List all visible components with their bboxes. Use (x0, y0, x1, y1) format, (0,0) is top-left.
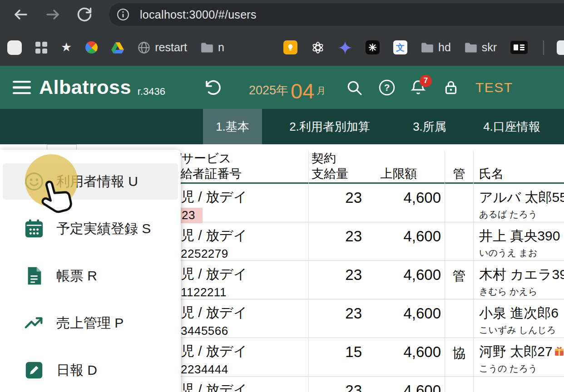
contract-qty: 23 (309, 222, 366, 261)
url-bar[interactable]: localhost:3000/#/users (109, 3, 564, 26)
bookmark-bm[interactable] (510, 41, 528, 54)
col-contract-qty: 契約 支給量 (309, 151, 366, 185)
reload-icon[interactable] (76, 6, 93, 23)
bookmark-photos[interactable] (85, 41, 98, 54)
bookmark-gemini[interactable] (338, 41, 352, 54)
bookmark-keep[interactable] (283, 40, 297, 54)
bookmark-folder-n[interactable]: n (201, 41, 224, 54)
notification-badge: 7 (420, 75, 432, 87)
kan-flag (445, 222, 474, 261)
tab-4[interactable]: 4.口座情報 (466, 109, 557, 144)
bookmark-globe-restart[interactable]: restart (138, 41, 187, 54)
bookmark-star[interactable]: ★ (61, 41, 72, 54)
cert-number: 3445566 (181, 324, 308, 338)
limit-amount: 4,600 (366, 261, 445, 299)
menu-item-label: 予定実績登録 S (56, 220, 151, 238)
trending-icon (24, 313, 45, 333)
menu-item-1[interactable]: 利用者情報 U (0, 158, 181, 205)
smiley-icon (24, 171, 45, 192)
menu-item-3[interactable]: 帳票 R (0, 252, 181, 299)
document-icon (24, 265, 45, 286)
users-table: 種別/サービス 受給者証番号 契約 支給量 上限額 管 氏名 障害児 / 放デイ… (181, 151, 564, 392)
tab-1[interactable]: 1.基本 (203, 109, 262, 144)
bookmark-tabgroup[interactable] (7, 40, 22, 55)
limit-amount: 4,600 (366, 338, 445, 377)
help-icon[interactable]: ? (378, 79, 396, 96)
col-cert-number: 受給者証番号 (168, 166, 308, 181)
cert-number: 2252279 (181, 247, 308, 261)
user-age: 39 (552, 267, 564, 282)
menu-item-label: 売上管理 P (56, 314, 124, 333)
cert-number: 2234444 (181, 363, 308, 377)
screen: localhost:3000/#/users ★restartn文hdskr A… (0, 0, 564, 392)
bookmark-label: hd (438, 41, 451, 54)
search-icon[interactable] (346, 79, 362, 96)
menu-item-5[interactable]: 日報 D (0, 347, 181, 392)
menu-item-4[interactable]: 売上管理 P (0, 299, 181, 347)
menu-item-label: 利用者情報 U (56, 172, 138, 191)
bookmark-folder-hd[interactable]: hd (421, 41, 451, 54)
user-name: アルバ 太郎 (479, 190, 552, 205)
bookmark-apps[interactable] (35, 42, 47, 54)
bookmark-label: n (218, 41, 224, 54)
table-row[interactable]: 障害児 / 放デイ2252279234,600井上 真央390いのうえ まお (181, 222, 564, 261)
limit-amount: 4,600 (366, 299, 445, 338)
cert-number: 23 (181, 208, 308, 222)
bookmarks-divider (543, 40, 544, 55)
back-icon[interactable] (13, 6, 29, 23)
bookmark-edge-partial-icon[interactable] (557, 40, 564, 55)
contract-qty: 15 (309, 338, 366, 377)
col-service: 種別/サービス 受給者証番号 (181, 151, 309, 185)
tab-bar: 1.基本2.利用者別加算3.所属4.口座情報 (0, 109, 564, 144)
user-kana: きむら かえら (479, 285, 564, 298)
date-month: 04 (291, 78, 314, 103)
notifications-bell-icon[interactable]: 7 (410, 79, 426, 96)
table-row[interactable]: 障害児 / 放デイ23234,600アルバ 太郎55あるば たろう (181, 184, 564, 222)
col-name: 氏名 (474, 151, 564, 185)
app-version: r.3436 (138, 86, 165, 98)
bookmark-drive[interactable] (111, 42, 124, 54)
date-month-suffix: 月 (317, 85, 326, 97)
kan-flag: 協 (445, 338, 474, 377)
tab-2[interactable]: 2.利用者別加算 (262, 109, 398, 144)
user-age: 55 (552, 190, 564, 205)
bookmark-label: skr (482, 41, 497, 54)
menu-item-2[interactable]: 予定実績登録 S (0, 205, 181, 252)
user-name: 井上 真央 (479, 228, 537, 243)
table-row[interactable]: 障害児 / 放デイ234,600 (181, 377, 564, 392)
bookmark-flake[interactable] (366, 40, 380, 54)
current-month-selector[interactable]: 2025年 04 月 (249, 66, 326, 109)
hamburger-menu-icon[interactable] (13, 81, 31, 94)
contract-qty: 23 (309, 377, 366, 392)
browser-toolbar: localhost:3000/#/users (0, 0, 564, 29)
bookmark-openai[interactable] (311, 41, 325, 54)
user-age: 390 (537, 228, 560, 243)
pencil-icon (24, 360, 45, 381)
col-kan: 管 (445, 151, 474, 185)
site-info-icon[interactable] (116, 8, 130, 21)
tab-3[interactable]: 3.所属 (398, 109, 461, 144)
bookmark-folder-skr[interactable]: skr (465, 41, 497, 54)
calendar-icon (24, 218, 45, 239)
user-age: 6 (551, 305, 559, 320)
bookmark-translate[interactable]: 文 (393, 40, 407, 54)
cert-number: 1122211 (181, 285, 308, 299)
user-kana: いのうえ まお (479, 247, 564, 259)
menu-list: 利用者情報 U予定実績登録 S帳票 R売上管理 P日報 D (0, 158, 181, 392)
user-kana: あるば たろう (479, 208, 564, 220)
app-header: Albatross r.3436 2025年 04 月 ? 7 TEST (0, 66, 564, 109)
table-row[interactable]: 障害児 / 放デイ2234444154,600協河野 太郎27こうの たろう (181, 338, 564, 377)
app-refresh-icon[interactable] (204, 78, 223, 97)
limit-amount: 4,600 (366, 184, 445, 222)
forward-icon[interactable] (45, 6, 61, 23)
table-row[interactable]: 障害児 / 放デイ3445566234,600小泉 進次郎6こいずみ しんじろ (181, 299, 564, 338)
user-kana: こいずみ しんじろ (479, 324, 564, 336)
lock-icon[interactable] (443, 80, 459, 95)
account-name[interactable]: TEST (475, 66, 513, 109)
bookmark-label: restart (155, 41, 187, 54)
contract-qty: 23 (309, 261, 366, 299)
limit-amount: 4,600 (366, 222, 445, 261)
table-row[interactable]: 障害児 / 放デイ1122211234,600管木村 カエラ39きむら かえら (181, 261, 564, 299)
user-age: 27 (537, 344, 552, 359)
birthday-gift-icon (554, 346, 564, 359)
